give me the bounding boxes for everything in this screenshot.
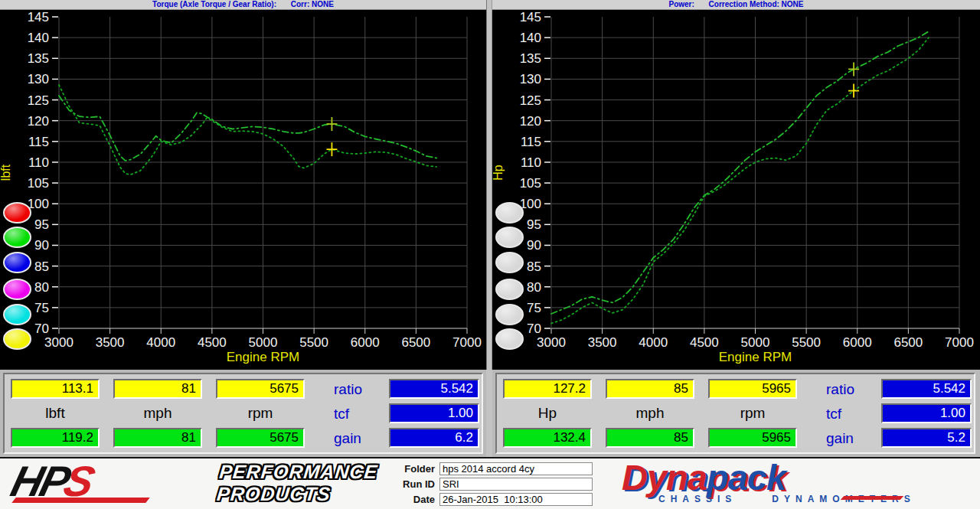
run-power-value: 132.4	[503, 428, 592, 448]
x-tick-label: 5500	[299, 335, 328, 350]
folder-label: Folder	[381, 463, 435, 475]
y-tick-label: 140	[520, 31, 541, 45]
torque-correction-status: Corr: NONE	[291, 0, 334, 8]
power-chart-titlebar: Power: Correction Method: NONE	[492, 0, 980, 10]
y-tick-label: 85	[527, 259, 541, 274]
folder-input[interactable]	[439, 462, 593, 475]
ratio-value: 5.542	[389, 379, 479, 399]
y-tick-label: 130	[520, 72, 541, 86]
y-tick-label: 125	[520, 93, 541, 108]
channel-button-red[interactable]	[3, 202, 31, 224]
power-correction-status: Correction Method: NONE	[709, 0, 804, 8]
channel-button-gray-1[interactable]	[495, 202, 524, 224]
channel-button-yellow[interactable]	[3, 328, 31, 350]
x-tick-label: 3000	[537, 335, 566, 350]
x-tick-label: 4500	[690, 335, 719, 350]
y-tick-label: 90	[34, 238, 49, 253]
chart-panels-divider	[486, 0, 492, 370]
y-tick-label: 90	[527, 238, 541, 253]
x-tick-label: 5500	[792, 335, 821, 350]
channel-button-gray-4[interactable]	[495, 279, 524, 300]
tcf-value: 1.00	[881, 403, 972, 423]
torque-chart[interactable]: 3000350040004500500055006000650070007075…	[0, 10, 486, 370]
rpm-unit-label: rpm	[216, 405, 305, 422]
date-input[interactable]	[439, 493, 593, 506]
y-tick-label: 85	[34, 259, 49, 274]
hps-tagline-line1: PERFORMANCE	[218, 461, 379, 483]
y-axis-title: Hp	[492, 165, 505, 181]
x-tick-label: 6000	[843, 335, 872, 350]
baseline-power-curve	[551, 38, 929, 323]
dyno-software-window: Torque (Axle Torque / Gear Ratio): Corr:…	[0, 0, 980, 509]
channel-button-gray-5[interactable]	[495, 304, 524, 325]
torque-readout-panel: 113.1 81 5675 lbft mph rpm 119.2 81 5675…	[3, 373, 483, 454]
x-tick-label: 4000	[146, 335, 175, 350]
hps-logo-tagline: PERFORMANCE PRODUCTS	[216, 461, 379, 505]
y-tick-label: 95	[34, 217, 49, 232]
tcf-label: tcf	[826, 406, 841, 423]
rpm-unit-label: rpm	[708, 405, 797, 422]
x-tick-label: 6500	[893, 335, 923, 350]
y-tick-label: 70	[527, 321, 541, 336]
power-title: Power:	[668, 0, 694, 8]
cursor-rpm-value: 5965	[708, 379, 797, 399]
x-tick-label: 3500	[96, 335, 125, 350]
cursor-torque-value: 113.1	[11, 379, 100, 399]
hps-logo-underline	[11, 498, 149, 503]
hps-tagline-line2: PRODUCTS	[216, 483, 377, 505]
dynapack-tagline-chassis: CHASSIS	[658, 494, 737, 504]
channel-button-green[interactable]	[3, 227, 31, 248]
y-tick-label: 75	[34, 301, 49, 315]
run-id-label: Run ID	[381, 478, 435, 490]
x-tick-label: 5000	[249, 335, 278, 350]
run-speed-value: 81	[113, 428, 202, 448]
date-label: Date	[381, 494, 435, 505]
gain-value: 5.2	[881, 428, 972, 448]
torque-unit-label: lbft	[11, 405, 100, 422]
channel-button-gray-6[interactable]	[495, 328, 524, 350]
run-id-row: Run ID	[381, 477, 593, 492]
date-row: Date	[381, 492, 593, 507]
y-tick-label: 70	[34, 321, 49, 336]
x-tick-label: 5000	[741, 335, 770, 350]
y-tick-label: 125	[28, 93, 49, 108]
folder-row: Folder	[381, 462, 593, 477]
x-tick-label: 6500	[401, 335, 430, 350]
run-id-input[interactable]	[439, 478, 593, 491]
run-info: Folder Run ID Date	[381, 462, 593, 507]
cursor-power-value: 127.2	[503, 379, 592, 399]
hps-logo: HPS	[12, 459, 215, 507]
y-tick-label: 110	[521, 155, 541, 170]
x-tick-label: 4500	[198, 335, 227, 350]
y-tick-label: 110	[28, 155, 49, 170]
power-chart[interactable]: 3000350040004500500055006000650070007075…	[492, 10, 978, 370]
run-rpm-value: 5675	[216, 428, 305, 448]
readout-divider	[486, 370, 492, 457]
y-tick-label: 115	[521, 135, 541, 149]
y-tick-label: 115	[28, 135, 49, 149]
ratio-label: ratio	[334, 381, 362, 398]
speed-unit-label: mph	[606, 405, 694, 422]
channel-button-gray-3[interactable]	[495, 252, 524, 273]
y-tick-label: 145	[520, 10, 541, 24]
y-tick-label: 135	[28, 51, 49, 66]
tcf-value: 1.00	[389, 403, 479, 423]
sri-run-torque-curve	[59, 96, 436, 161]
gain-value: 6.2	[389, 428, 479, 448]
x-tick-label: 4000	[639, 335, 668, 350]
channel-button-gray-2[interactable]	[495, 227, 524, 248]
x-axis-title: Engine RPM	[227, 350, 299, 364]
speed-unit-label: mph	[113, 405, 202, 422]
torque-chart-titlebar: Torque (Axle Torque / Gear Ratio): Corr:…	[0, 0, 486, 10]
channel-button-blue[interactable]	[3, 252, 31, 273]
channel-button-magenta[interactable]	[3, 279, 31, 300]
dynapack-wordmark: Dynapack	[622, 458, 951, 497]
channel-button-cyan[interactable]	[3, 304, 31, 325]
footer: HPS PERFORMANCE PRODUCTS Folder Run ID D…	[0, 457, 980, 509]
tcf-label: tcf	[334, 406, 349, 423]
ratio-label: ratio	[826, 381, 854, 398]
y-tick-label: 120	[520, 114, 541, 129]
x-tick-label: 3500	[588, 335, 617, 350]
x-tick-label: 6000	[351, 335, 380, 350]
y-tick-label: 80	[34, 280, 49, 295]
